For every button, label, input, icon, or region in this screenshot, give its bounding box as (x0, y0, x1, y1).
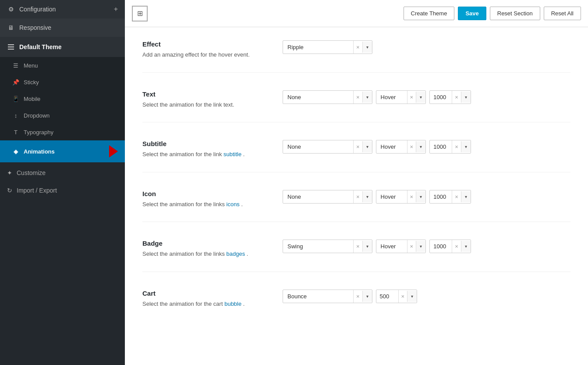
icon-trigger-select[interactable]: Hover × ▾ (376, 190, 426, 204)
code-icon: ✦ (7, 169, 12, 176)
reset-all-button[interactable]: Reset All (544, 7, 581, 20)
sidebar-item-menu[interactable]: ☰ Menu (0, 57, 125, 74)
sidebar-item-customize[interactable]: ✦ Customize (0, 164, 125, 182)
icon-trigger-clear[interactable]: × (407, 190, 416, 203)
sidebar-label: Configuration (19, 6, 56, 13)
subtitle-duration-arrow[interactable]: ▾ (461, 141, 471, 152)
cart-animation-clear[interactable]: × (353, 290, 362, 303)
subtitle-duration-clear[interactable]: × (452, 140, 461, 153)
badge-trigger-clear[interactable]: × (407, 240, 416, 253)
sidebar-item-configuration[interactable]: ⚙ Configuration + (0, 0, 125, 18)
icon-duration-arrow[interactable]: ▾ (461, 191, 471, 202)
section-subtitle-controls: None × ▾ Hover × ▾ 1000 × ▾ (283, 140, 471, 154)
section-subtitle-desc: Select the animation for the link subtit… (142, 150, 265, 159)
text-duration-clear[interactable]: × (452, 91, 461, 104)
sidebar-item-typography[interactable]: T Typography (0, 124, 125, 140)
badge-duration-arrow[interactable]: ▾ (461, 241, 471, 252)
group-label: Default Theme (19, 43, 61, 50)
section-effect-controls: Ripple × ▾ (283, 40, 372, 54)
section-icon: Icon Select the animation for the links … (142, 190, 570, 222)
text-trigger-select[interactable]: Hover × ▾ (376, 90, 426, 104)
icon-animation-value: None (283, 190, 353, 203)
text-trigger-arrow[interactable]: ▾ (416, 92, 425, 103)
icon-duration-select[interactable]: 1000 × ▾ (429, 190, 471, 204)
section-cart-title: Cart (142, 290, 265, 297)
sidebar-item-sticky[interactable]: 📌 Sticky (0, 74, 125, 90)
text-animation-value: None (283, 91, 353, 104)
text-animation-clear[interactable]: × (353, 91, 362, 104)
section-effect-label: Effect Add an amazing effect for the hov… (142, 40, 265, 59)
icon-animation-select[interactable]: None × ▾ (283, 190, 372, 204)
subtitle-animation-select[interactable]: None × ▾ (283, 140, 372, 154)
monitor-icon: 🖥 (7, 24, 15, 32)
subtitle-link[interactable]: subtitle (223, 151, 241, 157)
badge-animation-select[interactable]: Swing × ▾ (283, 240, 372, 253)
text-duration-arrow[interactable]: ▾ (461, 92, 471, 103)
effect-select-arrow[interactable]: ▾ (362, 42, 372, 53)
cart-duration-select[interactable]: 500 × ▾ (376, 290, 418, 303)
sidebar-item-animations[interactable]: ◈ Animations (0, 140, 125, 162)
cart-duration-value: 500 (376, 290, 398, 303)
section-cart-controls: Bounce × ▾ 500 × ▾ (283, 290, 417, 303)
sidebar-group-default-theme[interactable]: Default Theme (0, 37, 125, 57)
subtitle-trigger-arrow[interactable]: ▾ (416, 141, 425, 152)
sidebar-item-responsive[interactable]: 🖥 Responsive (0, 18, 125, 37)
section-subtitle: Subtitle Select the animation for the li… (142, 140, 570, 172)
effect-select[interactable]: Ripple × ▾ (283, 40, 372, 54)
text-animation-select[interactable]: None × ▾ (283, 90, 372, 104)
sidebar-item-dropdown[interactable]: ↕ Dropdown (0, 107, 125, 124)
text-trigger-clear[interactable]: × (407, 91, 416, 104)
cart-duration-arrow[interactable]: ▾ (407, 291, 417, 302)
main-panel: ⊞ Create Theme Save Reset Section Reset … (125, 0, 588, 365)
gear-icon: ⚙ (7, 5, 15, 13)
section-badge: Badge Select the animation for the links… (142, 240, 570, 272)
sidebar-children: ☰ Menu 📌 Sticky 📱 Mobile ↕ Dropdown T Ty… (0, 57, 125, 162)
subtitle-animation-clear[interactable]: × (353, 140, 362, 153)
sidebar-item-mobile[interactable]: 📱 Mobile (0, 90, 125, 107)
child-label: Dropdown (24, 112, 50, 119)
effect-select-clear[interactable]: × (353, 41, 362, 54)
badge-trigger-arrow[interactable]: ▾ (416, 241, 425, 252)
section-icon-controls: None × ▾ Hover × ▾ 1000 × ▾ (283, 190, 471, 204)
icon-duration-clear[interactable]: × (452, 190, 461, 203)
sidebar-item-import-export[interactable]: ↻ Import / Export (0, 182, 125, 199)
section-badge-title: Badge (142, 240, 265, 247)
cart-animation-value: Bounce (283, 290, 353, 303)
bottom-label: Import / Export (17, 187, 57, 194)
sidebar-label: Responsive (19, 24, 51, 31)
child-label: Menu (24, 62, 38, 69)
cart-animation-select[interactable]: Bounce × ▾ (283, 290, 372, 303)
badge-animation-arrow[interactable]: ▾ (362, 241, 372, 252)
badge-animation-clear[interactable]: × (353, 240, 362, 253)
reset-section-button[interactable]: Reset Section (490, 7, 540, 20)
grid-icon-button[interactable]: ⊞ (132, 6, 148, 21)
plus-icon[interactable]: + (114, 5, 118, 13)
refresh-icon: ↻ (7, 187, 12, 194)
icon-animation-clear[interactable]: × (353, 190, 362, 203)
icon-link[interactable]: icons (227, 201, 240, 208)
text-animation-arrow[interactable]: ▾ (362, 92, 372, 103)
subtitle-duration-select[interactable]: 1000 × ▾ (429, 140, 471, 154)
badge-link[interactable]: badges (227, 250, 245, 257)
section-cart-desc: Select the animation for the cart bubble… (142, 300, 265, 308)
save-button[interactable]: Save (458, 7, 486, 20)
badge-trigger-select[interactable]: Hover × ▾ (376, 240, 426, 253)
icon-trigger-arrow[interactable]: ▾ (416, 191, 425, 202)
cart-duration-clear[interactable]: × (398, 290, 407, 303)
subtitle-animation-arrow[interactable]: ▾ (362, 141, 372, 152)
badge-duration-clear[interactable]: × (452, 240, 461, 253)
cart-animation-arrow[interactable]: ▾ (362, 291, 372, 302)
text-duration-select[interactable]: 1000 × ▾ (429, 90, 471, 104)
section-effect-desc: Add an amazing effect for the hover even… (142, 50, 265, 59)
badge-duration-select[interactable]: 1000 × ▾ (429, 240, 471, 253)
anim-icon: ◈ (12, 148, 19, 155)
create-theme-button[interactable]: Create Theme (404, 7, 455, 20)
icon-animation-arrow[interactable]: ▾ (362, 191, 372, 202)
child-label: Sticky (24, 79, 39, 86)
subtitle-trigger-select[interactable]: Hover × ▾ (376, 140, 426, 154)
grid-icon: ⊞ (137, 9, 143, 18)
badge-duration-value: 1000 (430, 240, 452, 253)
subtitle-trigger-clear[interactable]: × (407, 140, 416, 153)
cart-link[interactable]: bubble (224, 301, 241, 307)
badge-trigger-value: Hover (376, 240, 407, 253)
